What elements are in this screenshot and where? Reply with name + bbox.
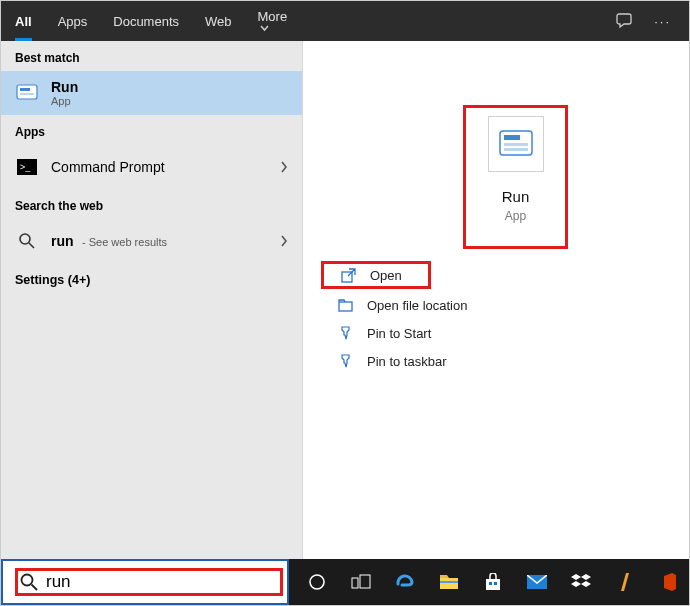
- taskbar-mail[interactable]: [517, 562, 557, 602]
- best-match-label: Best match: [1, 41, 302, 71]
- result-cmd-title: Command Prompt: [51, 159, 165, 175]
- apps-label: Apps: [1, 115, 302, 145]
- annotation-hero-box: Run App: [463, 105, 568, 249]
- action-pin-start-label: Pin to Start: [367, 326, 431, 341]
- tab-documents[interactable]: Documents: [113, 14, 179, 29]
- action-open-location[interactable]: Open file location: [321, 291, 689, 319]
- svg-rect-22: [486, 579, 500, 590]
- svg-point-5: [20, 234, 30, 244]
- folder-icon: [335, 298, 355, 313]
- svg-rect-0: [17, 85, 37, 99]
- result-web-run[interactable]: run - See web results: [1, 219, 302, 263]
- more-options-icon[interactable]: ···: [654, 14, 671, 29]
- hero-sub: App: [505, 209, 526, 223]
- result-cmd-text: Command Prompt: [51, 159, 165, 175]
- search-icon: [15, 229, 39, 253]
- result-web-sub: - See web results: [82, 236, 167, 248]
- result-run[interactable]: Run App: [1, 71, 302, 115]
- tab-apps[interactable]: Apps: [58, 14, 88, 29]
- svg-rect-19: [360, 575, 370, 588]
- action-open-location-label: Open file location: [367, 298, 467, 313]
- svg-rect-9: [504, 143, 528, 146]
- taskbar-store[interactable]: [473, 562, 513, 602]
- taskbar: [289, 559, 689, 605]
- svg-point-17: [310, 575, 324, 589]
- header-right-icons: ···: [616, 12, 689, 30]
- svg-line-6: [29, 243, 34, 248]
- result-web-title: run: [51, 233, 74, 249]
- annotation-search-box: [15, 568, 283, 596]
- svg-rect-10: [504, 148, 528, 151]
- svg-rect-23: [489, 582, 492, 585]
- tab-more-label: More: [258, 9, 288, 24]
- svg-rect-18: [352, 578, 358, 588]
- svg-rect-24: [494, 582, 497, 585]
- action-pin-taskbar-label: Pin to taskbar: [367, 354, 447, 369]
- svg-rect-20: [440, 578, 458, 589]
- chevron-right-icon: [280, 161, 288, 173]
- action-list: Open Open file location Pin to Start: [303, 261, 689, 375]
- taskbar-cortana[interactable]: [297, 562, 337, 602]
- svg-rect-8: [504, 135, 520, 140]
- tab-all[interactable]: All: [15, 14, 32, 29]
- taskbar-edge[interactable]: [385, 562, 425, 602]
- hero-title: Run: [502, 188, 530, 205]
- taskbar-dropbox[interactable]: [561, 562, 601, 602]
- tab-web[interactable]: Web: [205, 14, 232, 29]
- taskbar-taskview[interactable]: [341, 562, 381, 602]
- svg-rect-21: [440, 581, 458, 583]
- action-pin-taskbar[interactable]: Pin to taskbar: [321, 347, 689, 375]
- result-run-sub: App: [51, 95, 78, 107]
- cmd-icon: >_: [15, 155, 39, 179]
- pin-icon: [335, 326, 355, 341]
- result-run-title: Run: [51, 79, 78, 95]
- svg-rect-2: [20, 93, 34, 95]
- svg-line-16: [32, 585, 38, 591]
- result-run-text: Run App: [51, 79, 78, 107]
- chevron-down-icon: [260, 24, 269, 33]
- result-cmd[interactable]: >_ Command Prompt: [1, 145, 302, 189]
- result-settings[interactable]: Settings (4+): [1, 263, 302, 297]
- svg-rect-1: [20, 88, 30, 91]
- search-input[interactable]: [46, 572, 278, 592]
- taskbar-office[interactable]: [649, 562, 689, 602]
- hero-app-tile: [488, 116, 544, 172]
- action-open[interactable]: Open: [321, 261, 431, 289]
- results-left-pane: Best match Run App Apps >_ Command Promp…: [1, 41, 303, 559]
- taskbar-winamp[interactable]: [605, 562, 645, 602]
- taskbar-explorer[interactable]: [429, 562, 469, 602]
- tab-more[interactable]: More: [258, 9, 288, 33]
- search-icon: [20, 573, 38, 591]
- pin-icon: [335, 354, 355, 369]
- svg-rect-12: [339, 302, 352, 311]
- run-icon: [15, 81, 39, 105]
- results-body: Best match Run App Apps >_ Command Promp…: [1, 41, 689, 559]
- action-pin-start[interactable]: Pin to Start: [321, 319, 689, 347]
- preview-right-pane: Run App Open Open file location: [303, 41, 689, 559]
- feedback-icon[interactable]: [616, 12, 634, 30]
- svg-point-15: [22, 575, 33, 586]
- action-open-label: Open: [370, 268, 402, 283]
- open-icon: [338, 268, 358, 283]
- bottom-bar: [1, 559, 689, 605]
- search-web-label: Search the web: [1, 189, 302, 219]
- result-web-text: run - See web results: [51, 232, 167, 250]
- filter-header: All Apps Documents Web More ···: [1, 1, 689, 41]
- start-search-window: All Apps Documents Web More ··· Best mat…: [0, 0, 690, 606]
- svg-text:>_: >_: [20, 162, 31, 172]
- chevron-right-icon: [280, 235, 288, 247]
- search-box-container: [1, 559, 289, 605]
